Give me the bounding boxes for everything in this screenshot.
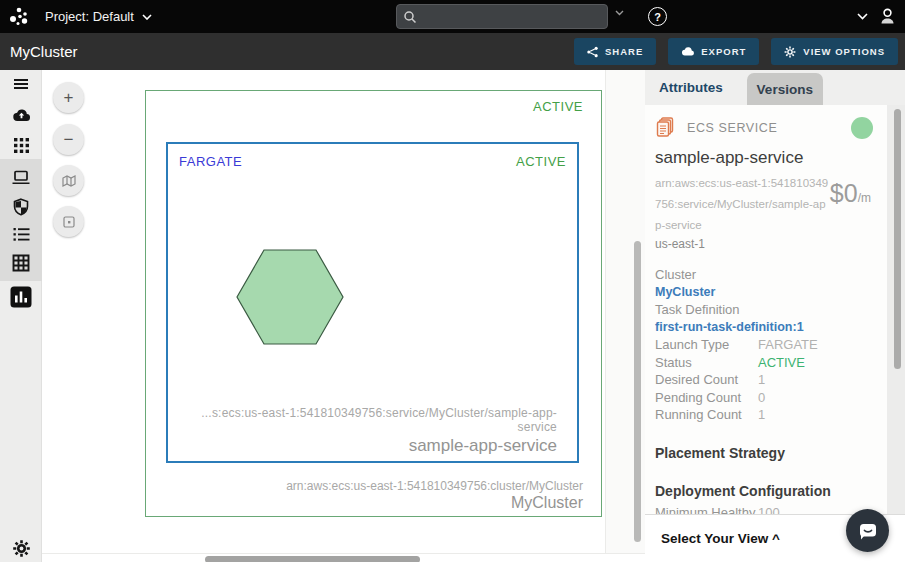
security-icon[interactable] (0, 193, 42, 221)
ecs-cluster-node[interactable]: ACTIVE FARGATE ACTIVE ...s:ecs:us-east-1… (145, 90, 602, 517)
attribute-row: Minimum Healthy Percent100 (655, 504, 887, 515)
gear-icon (784, 46, 796, 58)
perspective-toggle-button[interactable] (53, 165, 84, 196)
service-launch-type-label: FARGATE (179, 154, 242, 169)
attributes-panel: Attributes Versions ECS SERVICE sample-a… (645, 70, 905, 562)
search-input[interactable] (417, 10, 601, 24)
field-label: Status (655, 354, 758, 372)
field-label: Running Count (655, 406, 758, 424)
region-label: us-east-1 (655, 237, 887, 251)
zoom-out-button[interactable]: − (53, 124, 84, 155)
attribute-row: StatusACTIVE (655, 354, 887, 372)
diagram-canvas[interactable]: + − ACTIVE FARGATE ACTIVE (42, 70, 645, 562)
tab-attributes[interactable]: Attributes (645, 70, 737, 105)
search-box[interactable] (396, 4, 608, 29)
page-edge (42, 553, 645, 554)
panel-scroll-thumb[interactable] (894, 109, 901, 369)
field-link[interactable]: first-run-task-definition:1 (655, 319, 887, 337)
panel-service-name: sample-app-service (655, 148, 887, 168)
components-grid-icon[interactable] (0, 131, 42, 159)
user-icon[interactable] (878, 7, 897, 26)
attribute-row: Launch TypeFARGATE (655, 336, 887, 354)
account-chevron-down-icon[interactable] (857, 13, 868, 20)
field-label: Launch Type (655, 336, 758, 354)
attribute-row: Task Definitionfirst-run-task-definition… (655, 301, 887, 336)
chat-bubble-icon[interactable] (846, 509, 889, 552)
cluster-arn-label: arn:aws:ecs:us-east-1:541810349756:clust… (286, 479, 583, 493)
service-name-label: sample-app-service (168, 436, 557, 456)
project-switcher[interactable]: Project: Default (45, 0, 152, 33)
compute-icon[interactable] (0, 163, 42, 191)
view-options-label: VIEW OPTIONS (803, 46, 885, 57)
cost-value: $0 (830, 179, 858, 207)
field-value: ACTIVE (758, 354, 805, 372)
field-label: Desired Count (655, 371, 758, 389)
table-icon[interactable] (0, 249, 42, 277)
page-edge (605, 70, 606, 553)
select-view-toggle[interactable]: Select Your View ^ (661, 531, 780, 546)
deployment-rows: Minimum Healthy Percent100Maximum Percen… (655, 504, 887, 515)
center-view-button[interactable] (53, 206, 84, 237)
canvas-vertical-scrollbar[interactable] (634, 241, 641, 542)
share-button[interactable]: SHARE (574, 38, 656, 65)
panel-service-arn: arn:aws:ecs:us-east-1:541810349756:servi… (655, 173, 830, 236)
budget-chart-icon[interactable] (0, 283, 42, 311)
settings-gear-icon[interactable] (0, 534, 42, 562)
list-icon[interactable] (0, 220, 42, 248)
attribute-rows: ClusterMyClusterTask Definitionfirst-run… (655, 266, 887, 424)
field-link[interactable]: MyCluster (655, 284, 887, 302)
page-title: MyCluster (10, 43, 78, 60)
service-type-label: ECS SERVICE (687, 121, 777, 135)
field-value: 1 (758, 406, 765, 424)
attribute-row: Desired Count1 (655, 371, 887, 389)
diagram-toolbar: MyCluster SHARE EXPORT (0, 33, 905, 70)
panel-tabs: Attributes Versions (645, 70, 905, 105)
field-value: 1 (758, 371, 765, 389)
search-dropdown-chevron-icon[interactable] (615, 10, 624, 16)
field-value: 0 (758, 389, 765, 407)
app-root: Project: Default ? MyCl (0, 0, 905, 562)
share-label: SHARE (605, 46, 643, 57)
export-label: EXPORT (701, 46, 746, 57)
field-value: FARGATE (758, 336, 818, 354)
export-button[interactable]: EXPORT (668, 38, 759, 65)
deploy-cloud-icon[interactable] (0, 101, 42, 129)
field-label: Cluster (655, 266, 887, 284)
placement-strategy-heading: Placement Strategy (655, 445, 887, 461)
field-label: Minimum Healthy Percent (655, 504, 758, 515)
attribute-row: Running Count1 (655, 406, 887, 424)
view-options-button[interactable]: VIEW OPTIONS (771, 38, 898, 65)
field-label: Pending Count (655, 389, 758, 407)
left-sidebar (0, 70, 42, 562)
cloud-export-icon (681, 46, 694, 57)
cluster-name-label: MyCluster (286, 494, 583, 512)
field-value: 100 (758, 504, 780, 515)
cluster-status-badge: ACTIVE (533, 99, 583, 114)
ecs-task-hexagon[interactable] (235, 243, 345, 351)
cost-estimate: $0/m (830, 179, 871, 236)
help-icon[interactable]: ? (648, 7, 667, 26)
service-arn-label: ...s:ecs:us-east-1:541810349756:service/… (168, 406, 557, 434)
ecs-service-node[interactable]: FARGATE ACTIVE ...s:ecs:us-east-1:541810… (166, 142, 579, 463)
menu-icon[interactable] (0, 70, 42, 98)
deployment-configuration-heading: Deployment Configuration (655, 483, 887, 499)
share-icon (587, 46, 598, 58)
attribute-row: Pending Count0 (655, 389, 887, 407)
panel-scroll-track[interactable] (887, 105, 905, 514)
app-logo-icon[interactable] (8, 4, 34, 30)
service-status-dot (851, 117, 873, 139)
tab-versions[interactable]: Versions (747, 73, 823, 105)
chevron-down-icon (142, 14, 152, 20)
field-label: Task Definition (655, 301, 887, 319)
panel-content: ECS SERVICE sample-app-service arn:aws:e… (645, 105, 887, 514)
service-status-badge: ACTIVE (516, 154, 566, 169)
project-label: Project: Default (45, 9, 134, 24)
attribute-row: ClusterMyCluster (655, 266, 887, 301)
top-bar: Project: Default ? (0, 0, 905, 33)
canvas-horizontal-scrollbar[interactable] (205, 556, 420, 562)
zoom-in-button[interactable]: + (53, 82, 84, 113)
cost-unit: /m (858, 191, 871, 205)
search-icon (403, 10, 417, 24)
ecs-service-icon (655, 117, 677, 139)
